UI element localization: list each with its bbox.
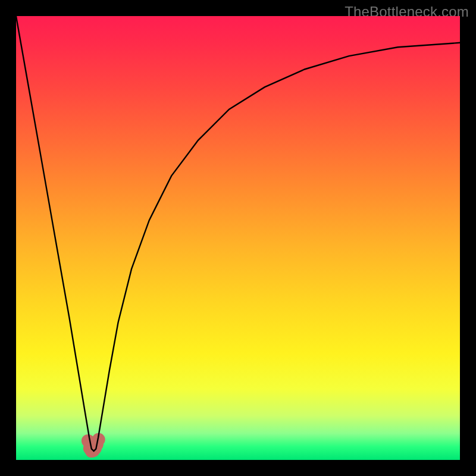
curve-layer — [16, 16, 460, 460]
chart-frame: TheBottleneck.com — [0, 0, 476, 476]
marker-cluster — [82, 433, 105, 458]
plot-area — [16, 16, 460, 460]
bottleneck-curve — [16, 16, 460, 451]
